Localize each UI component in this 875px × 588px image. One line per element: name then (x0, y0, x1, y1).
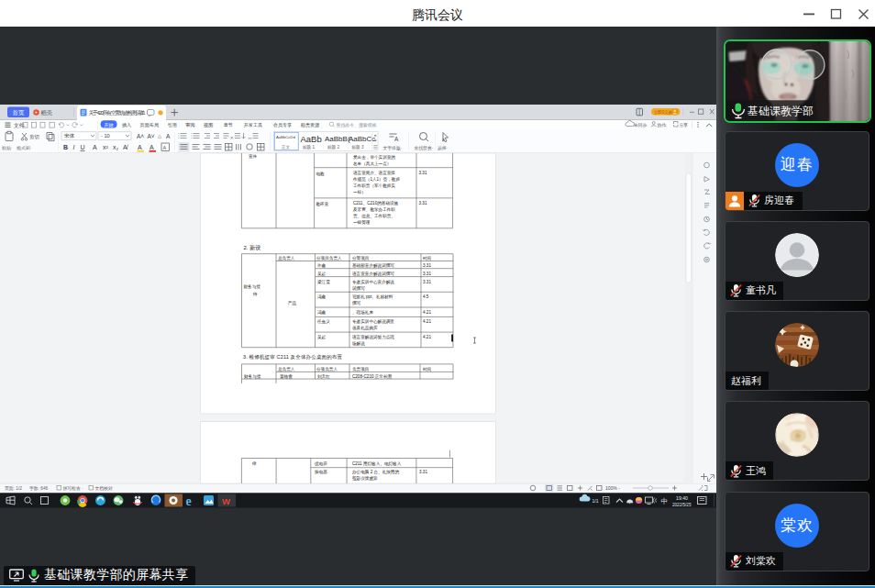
svg-text:3.31: 3.31 (419, 470, 427, 474)
svg-text:AaBb: AaBb (301, 134, 322, 144)
svg-text:作规范（1人1）答，教师: 作规范（1人1）答，教师 (352, 176, 400, 183)
svg-text:2. 新设: 2. 新设 (244, 244, 261, 250)
svg-text:协作: 协作 (657, 122, 667, 128)
svg-text:100% -: 100% - (605, 485, 620, 491)
svg-text:引用: 引用 (168, 122, 177, 128)
svg-text:文档校对: 文档校对 (95, 485, 113, 492)
svg-text:页面布局: 页面布局 (140, 122, 159, 128)
svg-text:C211、C210的基础设施: C211、C210的基础设施 (353, 200, 399, 206)
svg-text:专递实训中心解说调查: 专递实训中心解说调查 (352, 318, 394, 325)
svg-text:2022/5/25: 2022/5/25 (672, 503, 692, 507)
svg-text:宣传: 宣传 (249, 154, 258, 159)
svg-text:发出去，带个实训室的: 发出去，带个实训室的 (353, 154, 395, 161)
svg-text:冯鑫: 冯鑫 (317, 309, 327, 315)
svg-text:产品: 产品 (288, 301, 297, 305)
svg-text:A: A (150, 144, 154, 150)
svg-text:振电器: 振电器 (314, 470, 327, 474)
svg-text:专递实训中心宣介解说: 专递实训中心宣介解说 (352, 279, 394, 285)
svg-text:3.31: 3.31 (419, 201, 427, 205)
svg-text:一样）: 一样） (353, 190, 366, 194)
svg-text:及装置、教学办工作职: 及装置、教学办工作职 (353, 206, 395, 213)
svg-text:基础课教学部: 基础课教学部 (748, 105, 814, 117)
svg-text:3.31: 3.31 (419, 171, 427, 175)
svg-text:剪切: 剪切 (29, 134, 39, 140)
svg-text:律: 律 (251, 461, 257, 466)
svg-text:语言室宣介解说词撰写: 语言室宣介解说词撰写 (352, 271, 394, 277)
svg-text:名单（高大上一点）: 名单（高大上一点） (353, 161, 391, 166)
svg-text:3.31: 3.31 (423, 272, 431, 276)
svg-text:许鑫: 许鑫 (317, 263, 327, 268)
svg-text:财务与接: 财务与接 (244, 374, 261, 379)
svg-text:查找命令、搜索模板: 查找命令、搜索模板 (337, 122, 377, 128)
svg-text:文字排版·: 文字排版· (383, 145, 403, 150)
svg-text:页面: 1/2: 页面: 1/2 (5, 485, 22, 491)
svg-text:x²: x² (103, 144, 109, 150)
svg-text:A: A (394, 136, 399, 142)
svg-text:⌂: ⌂ (158, 133, 161, 139)
svg-text:语言室简介、语言室操: 语言室简介、语言室操 (353, 170, 395, 176)
svg-text:语言室解说词努力点现: 语言室解说词努力点现 (352, 334, 394, 340)
svg-text:4.21: 4.21 (423, 335, 431, 339)
svg-text:3.31: 3.31 (423, 263, 431, 268)
svg-text:分管项目: 分管项目 (351, 255, 369, 261)
svg-text:未同步: 未同步 (634, 122, 648, 128)
svg-text:中: 中 (661, 497, 669, 505)
svg-text:插入: 插入 (122, 122, 131, 128)
svg-text:x₂: x₂ (113, 144, 119, 150)
svg-text:1/1: 1/1 (593, 498, 599, 504)
svg-text:U: U (81, 144, 85, 150)
svg-text:W: W (222, 496, 230, 506)
svg-text:3. 检修机提审 C211 及全体办公桌面的布置: 3. 检修机提审 C211 及全体办公桌面的布置 (243, 354, 343, 361)
svg-text:A˄: A˄ (137, 133, 144, 139)
svg-text:撰写: 撰写 (351, 300, 361, 305)
svg-text:A: A (166, 133, 171, 139)
svg-text:AaBbCc: AaBbCc (349, 135, 375, 143)
svg-text:A˅: A˅ (148, 133, 155, 139)
svg-text:审阅: 审阅 (185, 122, 194, 128)
svg-text:工作职责（军个教师实: 工作职责（军个教师实 (353, 183, 395, 189)
svg-text:A: A (93, 144, 97, 150)
svg-text:4.21: 4.21 (423, 319, 431, 324)
svg-text:财务与接: 财务与接 (244, 284, 261, 289)
svg-text:粘贴·: 粘贴· (2, 145, 13, 151)
svg-text:分享: 分享 (679, 122, 688, 128)
svg-text:稻壳: 稻壳 (41, 109, 52, 116)
svg-text:总负责人: 总负责人 (278, 367, 295, 372)
svg-text:正文: 正文 (281, 145, 291, 150)
svg-text:会员专享: 会员专享 (273, 122, 292, 128)
svg-text:一级管理: 一级管理 (353, 219, 371, 226)
svg-text:19:40: 19:40 (676, 495, 688, 501)
svg-text:3.31: 3.31 (423, 280, 431, 284)
svg-text:A: A (138, 144, 142, 150)
svg-text:关于4.20所有空置轨迹检测清单: 关于4.20所有空置轨迹检测清单 (89, 109, 146, 116)
svg-text:AaBbB(: AaBbB( (325, 135, 350, 143)
svg-text:责、信息、工作职责、: 责、信息、工作职责、 (353, 213, 395, 219)
svg-text:冯鑫: 冯鑫 (317, 294, 327, 299)
svg-text:AaBbCcDd: AaBbCcDd (276, 135, 295, 139)
svg-text:- 10: - 10 (101, 133, 110, 139)
svg-text:稻壳资源: 稻壳资源 (301, 122, 320, 128)
svg-text:立即0元购: 立即0元购 (654, 109, 673, 116)
svg-text:分项负责人: 分项负责人 (316, 367, 338, 372)
svg-text:C208-C210 正常检测: C208-C210 正常检测 (352, 373, 393, 379)
svg-text:格式刷·: 格式刷· (16, 145, 32, 151)
svg-text:宋体: 宋体 (64, 133, 75, 139)
svg-text:词撰写: 词撰写 (351, 285, 365, 291)
svg-text:字数: 646: 字数: 646 (29, 485, 49, 491)
svg-text:4.5: 4.5 (423, 294, 429, 299)
svg-text:拼写检查 ·: 拼写检查 · (63, 485, 84, 491)
svg-text:开发工具: 开发工具 (244, 122, 262, 128)
svg-text:办公电脑 2 台、礼按用的: 办公电脑 2 台、礼按用的 (352, 469, 399, 475)
svg-text:4.21: 4.21 (423, 310, 431, 315)
svg-text:开始: 开始 (105, 122, 114, 128)
svg-text:总负责人: 总负责人 (278, 256, 295, 261)
svg-text:章节: 章节 (224, 122, 233, 128)
svg-text:I: I (73, 144, 75, 150)
svg-text:首页: 首页 (13, 109, 26, 116)
svg-text:视图: 视图 (204, 122, 213, 128)
svg-text:A: A (163, 145, 167, 150)
svg-text:B: B (63, 144, 68, 150)
svg-text:投影仪摆慧异: 投影仪摆慧异 (352, 475, 378, 481)
svg-text:e: e (186, 494, 192, 508)
svg-text:梁江雪: 梁江雪 (317, 279, 330, 284)
